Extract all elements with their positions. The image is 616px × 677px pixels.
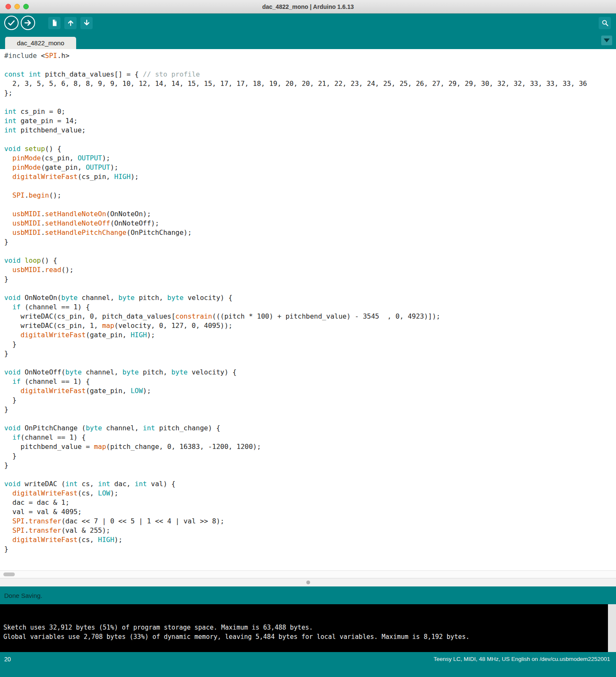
code-line: } (4, 349, 616, 358)
status-message: Done Saving. (4, 592, 42, 599)
code-line (4, 135, 616, 144)
status-bar: Done Saving. (0, 586, 616, 604)
code-line: void OnNoteOff(byte channel, byte pitch,… (4, 368, 616, 377)
code-line: writeDAC(cs_pin, 0, pitch_data_values[co… (4, 312, 616, 321)
code-line: digitalWriteFast(gate_pin, LOW); (4, 386, 616, 396)
up-arrow-icon (66, 19, 75, 27)
code-line: void loop() { (4, 256, 616, 265)
code-line: SPI.transfer(val & 255); (4, 526, 616, 535)
minimize-button[interactable] (14, 4, 20, 9)
code-line: SPI.begin(); (4, 191, 616, 200)
code-line: digitalWriteFast(cs, HIGH); (4, 535, 616, 545)
code-line: digitalWriteFast(cs_pin, HIGH); (4, 172, 616, 182)
horizontal-scrollbar-thumb[interactable] (3, 572, 15, 576)
verify-button[interactable] (4, 16, 19, 30)
checkmark-icon (7, 18, 16, 28)
code-line: } (4, 405, 616, 414)
code-line: void setup() { (4, 144, 616, 154)
code-line (4, 200, 616, 209)
code-line: digitalWriteFast(gate_pin, HIGH); (4, 330, 616, 340)
code-line: int cs_pin = 0; (4, 107, 616, 116)
new-sketch-button[interactable] (48, 17, 60, 29)
tab-bar: dac_4822_mono (0, 32, 616, 49)
console-line: Sketch uses 32,912 bytes (51%) of progra… (3, 623, 603, 632)
divider-handle-icon (306, 581, 310, 584)
code-line: val = val & 4095; (4, 507, 616, 517)
serial-monitor-button[interactable] (599, 17, 611, 29)
console-scrollbar[interactable] (608, 604, 616, 652)
code-line: usbMIDI.setHandleNoteOff(OnNoteOff); (4, 219, 616, 228)
code-line: usbMIDI.read(); (4, 265, 616, 275)
code-line: }; (4, 88, 616, 98)
code-line: } (4, 275, 616, 284)
code-line (4, 247, 616, 256)
down-arrow-icon (82, 19, 91, 27)
code-line: pitchbend_value = map(pitch_change, 0, 1… (4, 442, 616, 451)
code-line: } (4, 396, 616, 405)
code-line: usbMIDI.setHandlePitchChange(OnPitchChan… (4, 228, 616, 237)
code-line: SPI.transfer(dac << 7 | 0 << 5 | 1 << 4 … (4, 517, 616, 526)
tab-list-dropdown-button[interactable] (601, 36, 612, 45)
code-line: const int pitch_data_values[] = { // sto… (4, 70, 616, 79)
code-line: } (4, 451, 616, 461)
code-line: writeDAC(cs_pin, 1, map(velocity, 0, 127… (4, 321, 616, 330)
cursor-line-number: 20 (4, 656, 11, 663)
right-arrow-icon (23, 18, 33, 28)
code-line: 2, 3, 5, 5, 6, 8, 8, 9, 9, 10, 12, 14, 1… (4, 79, 616, 88)
window-title: dac_4822_mono | Arduino 1.6.13 (262, 3, 354, 10)
code-line (4, 470, 616, 479)
code-line: } (4, 237, 616, 247)
save-button[interactable] (80, 17, 93, 29)
code-line: void writeDAC (int cs, int dac, int val)… (4, 479, 616, 489)
code-line: int gate_pin = 14; (4, 116, 616, 126)
code-line: digitalWriteFast(cs, LOW); (4, 489, 616, 498)
title-bar: dac_4822_mono | Arduino 1.6.13 (0, 0, 616, 14)
code-line (4, 414, 616, 424)
code-line (4, 61, 616, 70)
upload-button[interactable] (21, 16, 35, 30)
code-line: pinMode(gate_pin, OUTPUT); (4, 163, 616, 172)
code-line: int pitchbend_value; (4, 126, 616, 135)
console-line: Global variables use 2,708 bytes (33%) o… (3, 632, 603, 641)
console: Sketch uses 32,912 bytes (51%) of progra… (0, 604, 616, 652)
code-line: usbMIDI.setHandleNoteOn(OnNoteOn); (4, 209, 616, 219)
traffic-lights (6, 0, 29, 13)
code-line: void OnNoteOn(byte channel, byte pitch, … (4, 293, 616, 303)
arduino-ide-window: dac_4822_mono | Arduino 1.6.13 (0, 0, 616, 677)
code-line (4, 182, 616, 191)
code-line: dac = dac & 1; (4, 498, 616, 507)
code-editor[interactable]: #include <SPI.h> const int pitch_data_va… (0, 49, 616, 570)
open-button[interactable] (64, 17, 77, 29)
code-line (4, 358, 616, 368)
tab-dac-4822-mono[interactable]: dac_4822_mono (5, 37, 76, 49)
pane-divider[interactable] (0, 578, 616, 586)
code-line: if (channel == 1) { (4, 377, 616, 386)
chevron-down-icon (604, 39, 610, 42)
tab-label: dac_4822_mono (17, 39, 64, 47)
toolbar (0, 14, 616, 32)
horizontal-scrollbar[interactable] (0, 570, 616, 578)
code-line: if(channel == 1) { (4, 433, 616, 442)
code-line: } (4, 461, 616, 470)
board-info: Teensy LC, MIDI, 48 MHz, US English on /… (434, 656, 610, 662)
document-icon (50, 19, 59, 27)
code-line: pinMode(cs_pin, OUTPUT); (4, 154, 616, 163)
footer-status-strip: 20 Teensy LC, MIDI, 48 MHz, US English o… (0, 652, 616, 677)
code-line: if (channel == 1) { (4, 303, 616, 312)
code-line: #include <SPI.h> (4, 51, 616, 61)
magnifier-icon (601, 19, 609, 27)
console-output: Sketch uses 32,912 bytes (51%) of progra… (3, 623, 603, 641)
zoom-button[interactable] (23, 4, 29, 9)
close-button[interactable] (6, 4, 11, 9)
code-line: void OnPitchChange (byte channel, int pi… (4, 424, 616, 433)
code-line: } (4, 340, 616, 349)
code-line (4, 98, 616, 107)
code-line: } (4, 545, 616, 554)
code-line (4, 284, 616, 293)
